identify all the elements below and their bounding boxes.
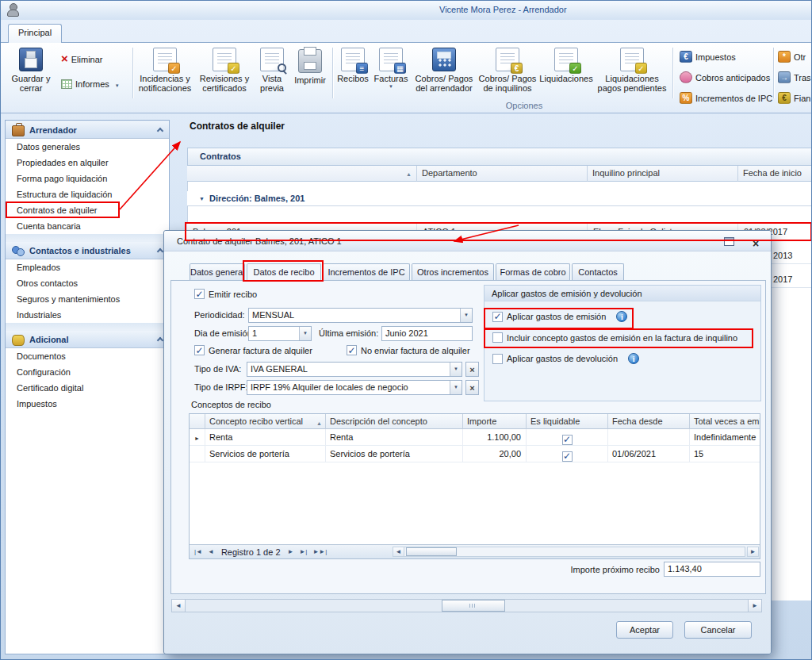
generar-factura-label: Generar factura de alquiler — [209, 346, 312, 355]
clear-irpf-button[interactable] — [465, 380, 479, 395]
tab-otros-incrementos[interactable]: Otros incrementos — [412, 263, 494, 280]
cell-liquidable[interactable] — [527, 446, 608, 462]
sidebar-item-certificado[interactable]: Certificado digital — [6, 380, 169, 396]
aceptar-button[interactable]: Aceptar — [616, 621, 673, 639]
grid-header-importe[interactable]: Importe — [463, 414, 527, 429]
aplicar-gastos-emision-checkbox[interactable]: Aplicar gastos de emisión — [492, 311, 627, 322]
emitir-recibo-checkbox[interactable]: Emitir recibo — [194, 289, 257, 299]
save-close-button[interactable]: Guardar y cerrar — [7, 48, 55, 93]
aplicar-gastos-devolucion-checkbox[interactable]: Aplicar gastos de devolución — [492, 353, 639, 364]
importe-proximo-field[interactable]: 1.143,40 — [664, 562, 760, 577]
prev-record-button[interactable] — [206, 548, 216, 555]
tipo-iva-combo[interactable]: IVA GENERAL — [247, 362, 462, 377]
cobros-inquilinos-button[interactable]: € Cobros/ Pagos de inquilinos — [477, 48, 538, 93]
info-icon[interactable] — [628, 353, 639, 364]
column-header-direccion[interactable] — [187, 166, 417, 182]
sidebar-item-cuenta-bancaria[interactable]: Cuenta bancaria — [6, 218, 169, 234]
impuestos-button[interactable]: € Impuestos — [680, 51, 736, 63]
tab-incrementos-ipc[interactable]: Incrementos de IPC — [323, 263, 410, 280]
fianzas-button[interactable]: € Fian — [778, 92, 810, 104]
grid-header-fecha-desde[interactable]: Fecha desde — [608, 414, 690, 429]
tipo-irpf-combo[interactable]: IRPF 19% Alquiler de locales de negocio — [247, 380, 462, 395]
table-group-row[interactable]: Dirección: Balmes, 201 — [187, 191, 812, 206]
vista-previa-button[interactable]: Vista previa — [255, 48, 289, 93]
sidebar-item-estructura[interactable]: Estructura de liquidación — [6, 186, 169, 202]
last-record-button[interactable] — [297, 548, 308, 555]
sidebar-item-seguros[interactable]: Seguros y mantenimientos — [6, 291, 169, 307]
revisiones-label: Revisiones y certificados — [196, 74, 253, 93]
ultima-emision-field[interactable]: Junio 2021 — [381, 326, 473, 341]
sidebar-item-empleados[interactable]: Empleados — [6, 259, 169, 275]
sidebar-item-propiedades[interactable]: Propiedades en alquiler — [6, 155, 169, 171]
tab-formas-de-cobro[interactable]: Formas de cobro — [496, 263, 570, 280]
grid-header-total-veces[interactable]: Total veces a emit — [690, 414, 760, 429]
periodicidad-combo[interactable]: MENSUAL — [248, 308, 473, 323]
reports-button[interactable]: Informes — [61, 79, 120, 89]
dropdown-icon[interactable] — [299, 327, 311, 340]
collapse-chevron-icon[interactable] — [199, 194, 209, 203]
grid-header-concepto[interactable]: Concepto recibo vertical — [205, 414, 326, 429]
grid-hscrollbar[interactable] — [393, 547, 745, 557]
sidebar-item-industriales[interactable]: Industriales — [6, 307, 169, 323]
close-icon[interactable] — [749, 233, 763, 248]
sidebar-item-otros-contactos[interactable]: Otros contactos — [6, 275, 169, 291]
incluir-concepto-checkbox[interactable]: Incluir concepto gastos de emisión en la… — [492, 332, 737, 343]
tab-datos-de-recibo[interactable]: Datos de recibo — [247, 263, 321, 281]
no-enviar-factura-checkbox[interactable]: No enviar factura de alquiler — [347, 345, 470, 355]
sidebar-item-datos-generales[interactable]: Datos generales — [6, 139, 169, 155]
sidebar-item-contratos-alquiler[interactable]: Contratos de alquiler — [6, 202, 169, 218]
sort-asc-icon — [406, 166, 412, 182]
incidencias-button[interactable]: ✓ Incidencias y notificaciones — [136, 48, 193, 93]
tab-principal[interactable]: Principal — [8, 24, 62, 43]
scroll-left-button[interactable] — [172, 600, 186, 612]
recibos-button[interactable]: ≡ Recibos — [335, 48, 370, 83]
dropdown-icon[interactable] — [450, 381, 462, 394]
first-record-button[interactable] — [193, 548, 204, 555]
cell-liquidable[interactable] — [527, 429, 608, 446]
tab-datos-generales[interactable]: Datos generales — [190, 263, 245, 280]
cobros-anticipados-button[interactable]: Cobros anticipados — [680, 71, 770, 83]
nav-group-adicional[interactable]: Adicional — [6, 330, 169, 348]
dia-emision-combo[interactable]: 1 — [248, 326, 312, 341]
cobros-arrendador-button[interactable]: Cobros/ Pagos del arrendador — [412, 48, 476, 93]
dropdown-icon[interactable] — [450, 363, 462, 376]
delete-button[interactable]: Eliminar — [61, 54, 103, 64]
scroll-left-button[interactable] — [393, 547, 404, 556]
scroll-right-button[interactable] — [747, 547, 759, 557]
dropdown-icon[interactable] — [460, 309, 472, 322]
sidebar-item-documentos[interactable]: Documentos — [6, 348, 169, 364]
sidebar-item-impuestos[interactable]: Impuestos — [6, 396, 169, 412]
info-icon[interactable] — [616, 311, 627, 322]
cell-fecha-fragment: 2013 — [773, 248, 812, 264]
facturas-button[interactable]: ▦ Facturas — [372, 48, 410, 89]
clear-iva-button[interactable] — [465, 362, 479, 377]
scrollbar-thumb[interactable] — [406, 547, 457, 556]
dialog-title-bar[interactable]: Contrato de alquiler Balmes, 201, ATICO … — [164, 231, 771, 251]
column-header-fecha[interactable]: Fecha de inicio — [738, 166, 812, 182]
generar-factura-checkbox[interactable]: Generar factura de alquiler — [194, 345, 312, 355]
scrollbar-thumb[interactable] — [442, 600, 505, 612]
contracts-table-caption: Contratos — [187, 148, 812, 166]
liquidaciones-button[interactable]: ✓ Liquidaciones — [539, 48, 593, 83]
sidebar-item-forma-pago[interactable]: Forma pago liquidación — [6, 171, 169, 186]
imprimir-button[interactable]: Imprimir — [291, 48, 329, 85]
incrementos-ipc-button[interactable]: % Incrementos de IPC — [680, 92, 772, 104]
liquidaciones-pendientes-button[interactable]: ✓ Liquidaciones pagos pendientes — [595, 48, 669, 93]
append-record-button[interactable] — [311, 548, 328, 555]
nav-group-contactos[interactable]: Contactos e industriales — [6, 241, 169, 259]
grid-header-descripcion[interactable]: Descripción del concepto — [326, 414, 463, 429]
otros-button[interactable]: * Otr — [778, 51, 806, 63]
tab-contactos[interactable]: Contactos — [572, 263, 624, 280]
nav-group-arrendador[interactable]: Arrendador — [6, 121, 169, 139]
column-header-departamento[interactable]: Departamento — [417, 166, 588, 182]
grid-header-liquidable[interactable]: Es liquidable — [527, 414, 608, 429]
revisiones-button[interactable]: ✓ Revisiones y certificados — [196, 48, 253, 93]
next-record-button[interactable] — [286, 548, 296, 555]
cancelar-button[interactable]: Cancelar — [684, 621, 752, 639]
restore-icon[interactable] — [724, 237, 734, 246]
sidebar-item-configuracion[interactable]: Configuración — [6, 364, 169, 380]
column-header-inquilino[interactable]: Inquilino principal — [588, 166, 738, 182]
traspasos-button[interactable]: → Tras — [778, 71, 811, 83]
scroll-right-button[interactable] — [748, 600, 761, 612]
dialog-hscrollbar[interactable] — [171, 599, 762, 612]
